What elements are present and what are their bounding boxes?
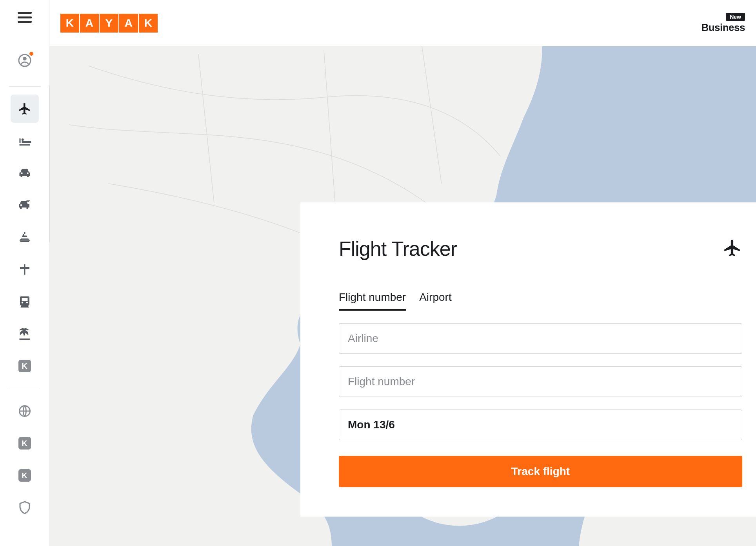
business-link[interactable]: New Business [701, 13, 745, 34]
kayak-logo[interactable]: K A Y A K [60, 14, 158, 33]
page-title: Flight Tracker [339, 237, 457, 260]
logo-letter: A [80, 14, 99, 33]
trains-icon[interactable] [11, 288, 39, 316]
flight-tracker-card: Flight Tracker Flight number Airport Mon… [300, 202, 756, 517]
profile-icon[interactable] [11, 46, 39, 75]
sidebar: K K K [0, 0, 49, 546]
logo-letter: K [60, 14, 79, 33]
divider [9, 389, 40, 389]
svg-point-2 [21, 138, 24, 141]
date-value: Mon 13/6 [348, 419, 395, 431]
airplane-icon [723, 238, 742, 259]
cars-icon[interactable] [11, 159, 39, 187]
explore-icon[interactable] [11, 255, 39, 284]
shield-icon[interactable] [11, 493, 39, 522]
business-label: Business [701, 22, 745, 34]
kayak-k-icon-1[interactable]: K [11, 429, 39, 457]
tracker-tabs: Flight number Airport [339, 291, 742, 311]
logo-letter: Y [100, 14, 118, 33]
map-background: Flight Tracker Flight number Airport Mon… [49, 46, 756, 546]
tab-airport[interactable]: Airport [419, 291, 451, 311]
tab-flight-number[interactable]: Flight number [339, 291, 406, 311]
globe-icon[interactable] [11, 397, 39, 425]
new-badge: New [726, 13, 745, 21]
hotels-icon[interactable] [11, 127, 39, 155]
kayak-direct-icon[interactable]: K [11, 352, 39, 380]
holidays-icon[interactable] [11, 320, 39, 348]
notification-dot [29, 52, 33, 56]
airline-input[interactable] [339, 323, 742, 354]
svg-point-1 [23, 57, 27, 61]
flight-number-input[interactable] [339, 366, 742, 397]
header: K A Y A K New Business [49, 0, 756, 46]
transfers-icon[interactable] [11, 191, 39, 219]
track-flight-button[interactable]: Track flight [339, 456, 742, 487]
divider [9, 86, 40, 87]
flights-icon[interactable] [11, 95, 39, 123]
logo-letter: K [139, 14, 158, 33]
kayak-k-icon-2[interactable]: K [11, 461, 39, 490]
logo-letter: A [119, 14, 138, 33]
date-picker[interactable]: Mon 13/6 [339, 410, 742, 440]
hamburger-menu-icon[interactable] [18, 12, 32, 23]
cruises-icon[interactable] [11, 223, 39, 251]
